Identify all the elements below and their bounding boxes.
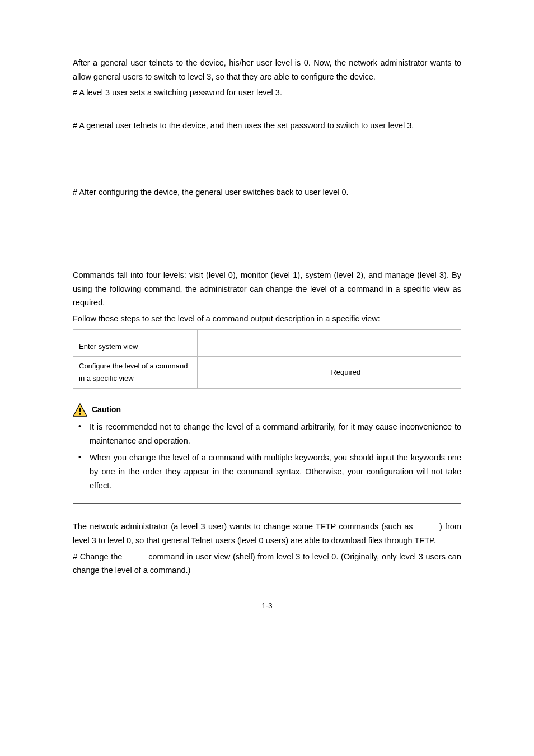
body-paragraph: # A general user telnets to the device, … (73, 119, 461, 133)
list-item: When you change the level of a command w… (73, 451, 461, 492)
body-paragraph: Commands fall into four levels: visit (l… (73, 268, 461, 310)
body-paragraph: After a general user telnets to the devi… (73, 56, 461, 83)
caution-heading: Caution (73, 403, 461, 417)
table-row: Configure the level of a command in a sp… (73, 356, 461, 388)
table-cell: Required (325, 356, 461, 388)
list-item: It is recommended not to change the leve… (73, 420, 461, 447)
table-cell (197, 337, 325, 356)
table-header-row (73, 329, 461, 337)
table-cell: — (325, 337, 461, 356)
table-header-cell (325, 329, 461, 337)
body-paragraph: # A level 3 user sets a switching passwo… (73, 86, 461, 100)
page-number: 1-3 (73, 600, 461, 612)
table-cell: Configure the level of a command in a sp… (73, 356, 198, 388)
table-header-cell (197, 329, 325, 337)
body-paragraph: The network administrator (a level 3 use… (73, 520, 461, 547)
table-cell (197, 356, 325, 388)
caution-list: It is recommended not to change the leve… (73, 420, 461, 492)
body-paragraph: Follow these steps to set the level of a… (73, 312, 461, 326)
table-row: Enter system view — (73, 337, 461, 356)
svg-rect-1 (79, 408, 81, 412)
steps-table: Enter system view — Configure the level … (73, 329, 461, 389)
divider (73, 503, 461, 504)
table-header-cell (73, 329, 198, 337)
caution-label: Caution (92, 403, 121, 417)
body-paragraph: # After configuring the device, the gene… (73, 185, 461, 199)
caution-icon (73, 403, 87, 417)
text-fragment: # Change the (73, 552, 125, 561)
text-fragment: The network administrator (a level 3 use… (73, 522, 416, 531)
body-paragraph: # Change the command in user view (shell… (73, 550, 461, 577)
svg-rect-2 (79, 413, 81, 415)
table-cell: Enter system view (73, 337, 198, 356)
